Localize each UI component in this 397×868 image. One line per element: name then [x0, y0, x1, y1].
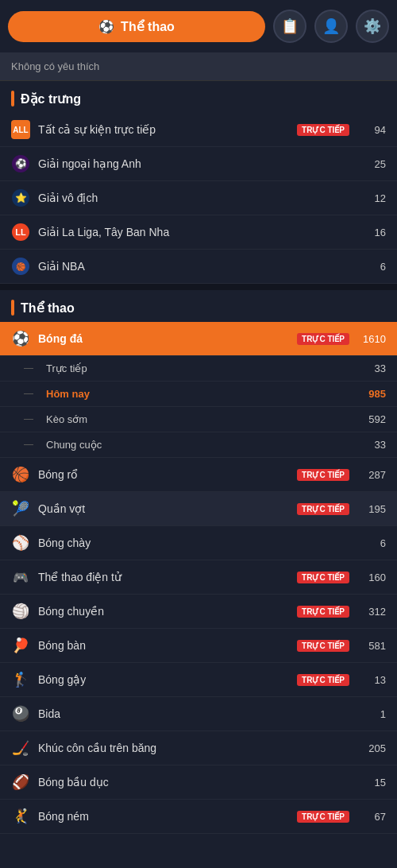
laliga-label: Giải La Liga, Tây Ban Nha — [38, 226, 354, 238]
basketball-count: 287 — [362, 469, 386, 481]
list-icon: 📋 — [281, 17, 299, 35]
golf-live-badge: TRỰC TIẾP — [297, 674, 349, 686]
esports-count: 160 — [362, 572, 386, 583]
billiards-icon: 🎱 — [11, 704, 30, 723]
all-live-badge: TRỰC TIẾP — [297, 124, 349, 136]
menu-item-baseball[interactable]: ⚾ Bóng chày 6 — [0, 526, 397, 560]
tabletennis-label: Bóng bàn — [38, 639, 289, 652]
sub-item-today[interactable]: Hôm nay 985 — [0, 382, 397, 407]
hockey-icon: 🏒 — [11, 738, 30, 758]
handball-count: 67 — [362, 811, 386, 823]
handball-live-badge: TRỰC TIẾP — [297, 811, 349, 823]
soccer-live-badge: TRỰC TIẾP — [297, 333, 349, 345]
soccer-count: 1610 — [362, 333, 386, 345]
settings-icon-button[interactable]: ⚙️ — [356, 10, 389, 43]
menu-item-golf[interactable]: 🏌️ Bóng gậy TRỰC TIẾP 13 — [0, 663, 397, 697]
sub-live-label: Trực tiếp — [46, 362, 354, 374]
sub-line-icon-3 — [24, 419, 33, 420]
golf-label: Bóng gậy — [38, 673, 289, 686]
featured-section-label: Đặc trưng — [21, 91, 81, 107]
sports-section-header: Thể thao — [0, 290, 397, 322]
hockey-count: 205 — [362, 742, 386, 754]
esports-live-badge: TRỰC TIẾP — [297, 572, 349, 583]
menu-item-volleyball[interactable]: 🏐 Bóng chuyền TRỰC TIẾP 312 — [0, 595, 397, 629]
sub-line-icon-2 — [24, 393, 33, 394]
sub-early-count: 592 — [362, 413, 386, 425]
menu-item-nba[interactable]: 🏀 Giải NBA 6 — [0, 250, 397, 284]
sub-item-outright[interactable]: Chung cuộc 33 — [0, 432, 397, 458]
tennis-count: 195 — [362, 503, 386, 515]
volleyball-live-badge: TRỰC TIẾP — [297, 606, 349, 618]
sub-outright-label: Chung cuộc — [46, 439, 354, 451]
billiards-count: 1 — [362, 708, 386, 720]
header-title: Thể thao — [121, 19, 175, 34]
sub-item-live[interactable]: Trực tiếp 33 — [0, 356, 397, 382]
sports-main-button[interactable]: ⚽ Thể thao — [8, 11, 265, 42]
billiards-label: Bida — [38, 707, 354, 720]
tennis-live-badge: TRỰC TIẾP — [297, 503, 349, 515]
handball-icon: 🤾 — [11, 807, 30, 826]
nba-label: Giải NBA — [38, 260, 354, 273]
no-favorites-text: Không có yêu thích — [11, 60, 99, 72]
sports-section-label: Thể thao — [21, 300, 75, 316]
tennis-icon: 🎾 — [11, 499, 30, 518]
volleyball-icon: 🏐 — [11, 602, 30, 621]
user-icon-button[interactable]: 👤 — [314, 10, 348, 43]
baseball-icon: ⚾ — [11, 533, 30, 552]
football-icon: 🏈 — [11, 773, 30, 792]
menu-item-handball[interactable]: 🤾 Bóng ném TRỰC TIẾP 67 — [0, 800, 397, 834]
golf-icon: 🏌️ — [11, 670, 30, 689]
sub-outright-count: 33 — [362, 439, 386, 451]
golf-count: 13 — [362, 674, 386, 686]
all-live-label: Tất cả sự kiện trực tiếp — [38, 123, 289, 136]
no-favorites-bar: Không có yêu thích — [0, 52, 397, 81]
sports-section-bar-icon — [11, 300, 14, 316]
sub-line-icon — [24, 368, 33, 369]
sports-ball-icon: ⚽ — [98, 19, 114, 34]
menu-item-tennis[interactable]: 🎾 Quần vợt TRỰC TIẾP 195 — [0, 492, 397, 526]
soccer-icon: ⚽ — [11, 329, 30, 348]
premier-league-label: Giải ngoại hạng Anh — [38, 157, 354, 170]
menu-item-hockey[interactable]: 🏒 Khúc côn cầu trên băng 205 — [0, 731, 397, 765]
all-live-icon: ALL — [11, 120, 30, 139]
menu-item-esports[interactable]: 🎮 Thể thao điện tử TRỰC TIẾP 160 — [0, 560, 397, 595]
menu-item-basketball[interactable]: 🏀 Bóng rổ TRỰC TIẾP 287 — [0, 458, 397, 492]
menu-item-billiards[interactable]: 🎱 Bida 1 — [0, 697, 397, 731]
football-label: Bóng bầu dục — [38, 776, 354, 789]
basketball-live-badge: TRỰC TIẾP — [297, 469, 349, 481]
tennis-label: Quần vợt — [38, 502, 289, 515]
section-bar-icon — [11, 91, 14, 107]
list-icon-button[interactable]: 📋 — [273, 10, 306, 43]
esports-icon: 🎮 — [11, 568, 30, 587]
menu-item-football[interactable]: 🏈 Bóng bầu dục 15 — [0, 765, 397, 800]
sub-today-count: 985 — [362, 388, 386, 400]
menu-item-all-live[interactable]: ALL Tất cả sự kiện trực tiếp TRỰC TIẾP 9… — [0, 113, 397, 147]
tabletennis-count: 581 — [362, 640, 386, 652]
volleyball-count: 312 — [362, 606, 386, 618]
champions-league-icon: ⭐ — [11, 188, 30, 207]
handball-label: Bóng ném — [38, 810, 289, 823]
premier-league-count: 25 — [362, 158, 386, 170]
section-divider — [0, 284, 397, 290]
basketball-label: Bóng rổ — [38, 468, 289, 481]
hockey-label: Khúc côn cầu trên băng — [38, 742, 354, 754]
sub-early-label: Kèo sớm — [46, 413, 354, 425]
sub-line-icon-4 — [24, 444, 33, 445]
user-icon: 👤 — [322, 17, 340, 35]
baseball-label: Bóng chày — [38, 537, 354, 549]
laliga-icon: LL — [11, 223, 30, 242]
menu-item-premier-league[interactable]: ⚽ Giải ngoại hạng Anh 25 — [0, 147, 397, 181]
sub-item-early[interactable]: Kèo sớm 592 — [0, 407, 397, 432]
basketball-icon: 🏀 — [11, 465, 30, 484]
menu-item-champions-league[interactable]: ⭐ Giải vô địch 12 — [0, 181, 397, 215]
menu-item-soccer[interactable]: ⚽ Bóng đá TRỰC TIẾP 1610 — [0, 322, 397, 356]
menu-item-laliga[interactable]: LL Giải La Liga, Tây Ban Nha 16 — [0, 215, 397, 250]
sub-today-label: Hôm nay — [46, 388, 354, 400]
tabletennis-icon: 🏓 — [11, 636, 30, 655]
menu-item-tabletennis[interactable]: 🏓 Bóng bàn TRỰC TIẾP 581 — [0, 629, 397, 663]
featured-section-header: Đặc trưng — [0, 81, 397, 113]
baseball-count: 6 — [362, 537, 386, 549]
nba-count: 6 — [362, 261, 386, 273]
tabletennis-live-badge: TRỰC TIẾP — [297, 640, 349, 652]
all-live-count: 94 — [362, 124, 386, 136]
